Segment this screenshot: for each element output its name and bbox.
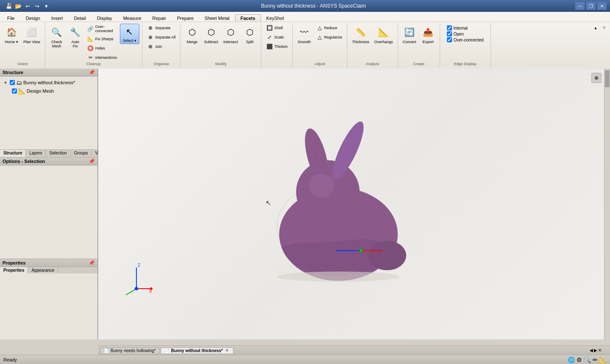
- statusbar-icon-1[interactable]: 🌐: [568, 356, 575, 363]
- split-label: Split: [246, 40, 254, 44]
- tab-thickness-label: Bunny without thickness*: [171, 348, 223, 353]
- collapse-ribbon-button[interactable]: ▲: [591, 25, 600, 31]
- plan-view-button[interactable]: ⬜ Plan View: [21, 24, 42, 46]
- reduce-button[interactable]: △ Reduce: [314, 24, 344, 32]
- properties-pin[interactable]: 📌: [89, 260, 95, 266]
- restore-button[interactable]: ❐: [586, 2, 596, 10]
- tab-detail[interactable]: Detail: [69, 14, 92, 22]
- statusbar-icon-5[interactable]: 📐: [599, 356, 607, 363]
- smooth-button[interactable]: 〰 Smooth: [295, 24, 313, 46]
- tab-structure[interactable]: Structure: [0, 150, 26, 157]
- cleanup-group-label: Cleanup: [86, 62, 101, 67]
- check-mesh-button[interactable]: 🔍 CheckMesh: [48, 24, 66, 50]
- convert-button[interactable]: 🔄 Convert: [401, 24, 419, 46]
- qat-dropdown[interactable]: ▾: [42, 2, 50, 10]
- select-button[interactable]: ↖ Select ▾: [120, 24, 139, 44]
- tree-root-checkbox[interactable]: [10, 80, 15, 85]
- viewport-nav-icon[interactable]: ⊕: [591, 73, 602, 83]
- ribbon-group-edge-display: Internal Open Over-connected Edge Displa…: [440, 23, 491, 68]
- scroll-thumb-vertical[interactable]: [605, 70, 610, 87]
- holes-button[interactable]: ⭕ Holes: [85, 44, 119, 52]
- internal-checkbox[interactable]: [447, 25, 452, 30]
- tree-root-icon: 🗂: [16, 79, 22, 86]
- tab-repair[interactable]: Repair: [147, 14, 172, 22]
- export-button[interactable]: 📤 Export: [419, 24, 437, 46]
- thicken-button[interactable]: ⬛ Thicken: [264, 42, 290, 51]
- ribbon-group-shell: 🔲 Shell ⤢ Scale ⬛ Thicken: [261, 23, 293, 68]
- ribbon-group-analyze: 📏 Thickness 📐 Overhangs Analyze: [347, 23, 398, 68]
- intersect-button[interactable]: ⬡ Intersect: [221, 24, 240, 46]
- viewport[interactable]: Z X ↖ ⊕: [98, 69, 610, 339]
- auto-fix-button[interactable]: 🔧 AutoFix: [67, 24, 84, 50]
- home-button[interactable]: 🏠 Home ▾: [3, 24, 20, 46]
- tab-properties[interactable]: Properties: [0, 267, 28, 273]
- statusbar-icon-2[interactable]: ⚙: [577, 356, 582, 363]
- reduce-label: Reduce: [324, 26, 337, 30]
- help-button[interactable]: ?: [600, 25, 608, 31]
- fix-sharps-icon: 📐: [87, 36, 94, 42]
- subtract-icon: ⬡: [204, 25, 218, 39]
- qat-save[interactable]: 💾: [5, 2, 13, 10]
- tree-child-icon: 📐: [18, 88, 25, 94]
- over-connected-checkbox[interactable]: [447, 37, 452, 42]
- qat-open[interactable]: 📂: [14, 2, 22, 10]
- separate-all-button[interactable]: ⊗ Separate All: [145, 33, 178, 41]
- ribbon-tab-bar: File Design Insert Detail Display Measur…: [0, 12, 610, 22]
- thicken-label: Thicken: [274, 44, 288, 49]
- tab-thickness-close[interactable]: ✕: [225, 348, 230, 353]
- tab-layers[interactable]: Layers: [26, 150, 46, 157]
- tab-keyshot[interactable]: KeyShot: [261, 14, 290, 22]
- viewport-inner: Z X ↖ ⊕: [98, 69, 610, 339]
- tab-groups[interactable]: Groups: [71, 150, 92, 157]
- tab-bunny-thickness[interactable]: 📄 Bunny without thickness* ✕: [161, 347, 233, 353]
- tab-scroll-left[interactable]: ◀: [590, 348, 593, 353]
- tree-child-item[interactable]: 📐 Design Mesh: [2, 87, 96, 95]
- fix-sharps-button[interactable]: 📐 Fix Sharps: [85, 35, 119, 43]
- merge-button[interactable]: ⬡ Merge: [183, 24, 201, 46]
- tab-file[interactable]: File: [2, 14, 20, 22]
- thickness-icon: 📏: [354, 25, 367, 39]
- tab-bunny-hollowing[interactable]: 📄 Bunny needs hollowing*: [100, 347, 160, 353]
- over-connected-button[interactable]: 🔗 Over-connected: [85, 24, 119, 34]
- thickness-button[interactable]: 📏 Thickness: [350, 24, 372, 46]
- intersections-button[interactable]: ✂ Intersections: [85, 53, 119, 62]
- separate-button[interactable]: ⊗ Separate: [145, 24, 173, 32]
- join-button[interactable]: ⊕ Join: [145, 42, 164, 51]
- tab-appearance[interactable]: Appearance: [28, 267, 58, 273]
- close-button[interactable]: ✕: [597, 2, 607, 10]
- tab-design[interactable]: Design: [20, 14, 46, 22]
- qat-undo[interactable]: ↩: [24, 2, 31, 10]
- qat-redo[interactable]: ↪: [33, 2, 41, 10]
- svg-point-13: [135, 287, 138, 290]
- subtract-button[interactable]: ⬡ Subtract: [202, 24, 220, 46]
- scale-button[interactable]: ⤢ Scale: [264, 33, 286, 41]
- shell-button[interactable]: 🔲 Shell: [264, 24, 285, 32]
- open-checkbox[interactable]: [447, 31, 452, 36]
- structure-panel-header: Structure 📌: [0, 69, 97, 77]
- tab-prepare[interactable]: Prepare: [172, 14, 199, 22]
- structure-pin[interactable]: 📌: [89, 69, 95, 75]
- quick-access-toolbar: 💾 📂 ↩ ↪ ▾: [3, 2, 52, 10]
- split-button[interactable]: ⬡ Split: [241, 24, 258, 46]
- tab-insert[interactable]: Insert: [46, 14, 69, 22]
- tab-facets[interactable]: Facets: [235, 14, 261, 22]
- tree-child-checkbox[interactable]: [12, 88, 17, 94]
- statusbar-icon-4[interactable]: ✏: [593, 356, 598, 363]
- overhangs-button[interactable]: 📐 Overhangs: [372, 24, 395, 46]
- regularize-button[interactable]: △ Regularize: [314, 33, 344, 41]
- options-pin[interactable]: 📌: [89, 158, 95, 164]
- tab-selection[interactable]: Selection: [46, 150, 70, 157]
- tab-measure[interactable]: Measure: [118, 14, 147, 22]
- tab-display[interactable]: Display: [92, 14, 118, 22]
- collapse-icon: ▲: [594, 26, 598, 30]
- join-label: Join: [155, 44, 162, 49]
- statusbar-icon-3[interactable]: 🔍: [584, 356, 591, 363]
- tab-scroll-right[interactable]: ▶: [594, 348, 597, 353]
- viewport-scrollbar-vertical[interactable]: [604, 69, 610, 339]
- tree-root-item[interactable]: ▼ 🗂 Bunny without thickness*: [2, 78, 96, 87]
- minimize-button[interactable]: ─: [575, 2, 585, 10]
- statusbar: Ready 🌐 ⚙ 🔍 ✏ 📐: [0, 355, 610, 364]
- tab-sheet-metal[interactable]: Sheet Metal: [199, 14, 235, 22]
- options-panel: Options - Selection 📌: [0, 157, 97, 259]
- tab-close-all[interactable]: ✕: [598, 348, 602, 353]
